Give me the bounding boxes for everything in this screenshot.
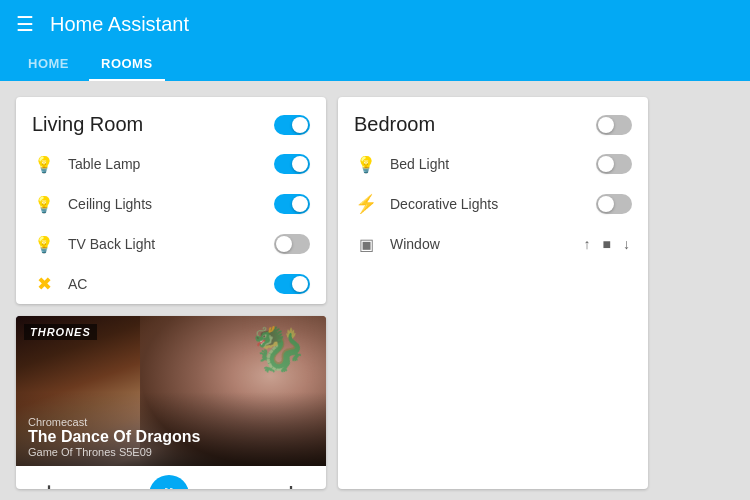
play-pause-button[interactable]: ⏸: [149, 475, 189, 489]
living-room-card: Living Room 💡 Table Lamp 💡 Ceiling Light…: [16, 97, 326, 304]
bedroom-header: Bedroom: [338, 97, 648, 144]
main-content: Living Room 💡 Table Lamp 💡 Ceiling Light…: [0, 81, 750, 500]
tab-rooms[interactable]: ROOMS: [89, 48, 165, 81]
next-button[interactable]: ⏭: [197, 477, 231, 490]
decorative-lights-toggle[interactable]: [596, 194, 632, 214]
tv-backlight-name: TV Back Light: [68, 236, 262, 252]
ac-icon: ✖: [32, 272, 56, 296]
living-room-toggle[interactable]: [274, 115, 310, 135]
living-room-title: Living Room: [32, 113, 143, 136]
device-row: ✖ AC: [16, 264, 326, 304]
bed-light-toggle[interactable]: [596, 154, 632, 174]
decorative-lights-icon: ⚡: [354, 192, 378, 216]
media-title: The Dance Of Dragons: [28, 428, 314, 446]
window-icon: ▣: [354, 232, 378, 256]
tv-backlight-toggle[interactable]: [274, 234, 310, 254]
device-row: 💡 Ceiling Lights: [16, 184, 326, 224]
device-row: 💡 Bed Light: [338, 144, 648, 184]
bedroom-card: Bedroom 💡 Bed Light ⚡ Decorative Lights …: [338, 97, 648, 489]
media-card: THRONES 🐉 Chromecast The Dance Of Dragon…: [16, 316, 326, 489]
app-header: ☰ Home Assistant: [0, 0, 750, 48]
prev-button[interactable]: ⏮: [107, 477, 141, 490]
left-column: Living Room 💡 Table Lamp 💡 Ceiling Light…: [16, 97, 326, 489]
bedroom-title: Bedroom: [354, 113, 435, 136]
app-title: Home Assistant: [50, 13, 734, 36]
device-row: ▣ Window ↑ ■ ↓: [338, 224, 648, 264]
menu-icon[interactable]: ☰: [16, 12, 34, 36]
media-overlay: Chromecast The Dance Of Dragons Game Of …: [16, 392, 326, 466]
window-down-button[interactable]: ↓: [621, 234, 632, 254]
window-stop-button[interactable]: ■: [601, 234, 613, 254]
window-up-button[interactable]: ↑: [582, 234, 593, 254]
device-row: 💡 Table Lamp: [16, 144, 326, 184]
table-lamp-name: Table Lamp: [68, 156, 262, 172]
ac-name: AC: [68, 276, 262, 292]
bedroom-toggle[interactable]: [596, 115, 632, 135]
ceiling-lights-icon: 💡: [32, 192, 56, 216]
media-source: Chromecast: [28, 416, 314, 428]
power-button[interactable]: ⏻: [32, 477, 66, 490]
ac-toggle[interactable]: [274, 274, 310, 294]
ceiling-lights-toggle[interactable]: [274, 194, 310, 214]
window-controls: ↑ ■ ↓: [582, 234, 632, 254]
ceiling-lights-name: Ceiling Lights: [68, 196, 262, 212]
media-subtitle: Game Of Thrones S5E09: [28, 446, 314, 458]
device-row: 💡 TV Back Light: [16, 224, 326, 264]
bed-light-icon: 💡: [354, 152, 378, 176]
more-button[interactable]: ⋮: [272, 474, 310, 489]
tv-backlight-icon: 💡: [32, 232, 56, 256]
bed-light-name: Bed Light: [390, 156, 584, 172]
navigation-tabs: HOME ROOMS: [0, 48, 750, 81]
living-room-header: Living Room: [16, 97, 326, 144]
table-lamp-icon: 💡: [32, 152, 56, 176]
decorative-lights-name: Decorative Lights: [390, 196, 584, 212]
table-lamp-toggle[interactable]: [274, 154, 310, 174]
window-name: Window: [390, 236, 570, 252]
media-image: THRONES 🐉 Chromecast The Dance Of Dragon…: [16, 316, 326, 466]
media-controls: ⏻ ⏮ ⏸ ⏭ ⋮: [16, 466, 326, 489]
tab-home[interactable]: HOME: [16, 48, 81, 81]
device-row: ⚡ Decorative Lights: [338, 184, 648, 224]
